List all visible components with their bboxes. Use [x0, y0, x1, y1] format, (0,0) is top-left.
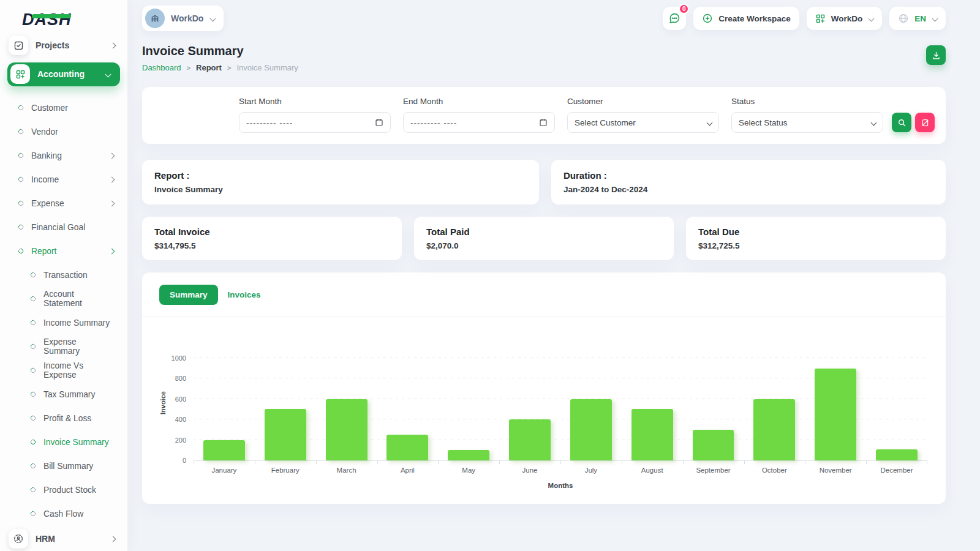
- sidebar-item-invoice-summary[interactable]: Invoice Summary: [0, 430, 127, 454]
- sidebar-item-label: Vendor: [31, 127, 58, 137]
- chevron-down-icon: [932, 15, 938, 21]
- filter-actions: [892, 113, 935, 132]
- y-tick-label: 800: [175, 375, 186, 382]
- customer-select[interactable]: Select Customer: [567, 112, 719, 133]
- app-root: DASH Projects Accounting CustomerVendorB…: [0, 0, 980, 551]
- status-label: Status: [731, 97, 883, 106]
- language-button[interactable]: EN: [889, 7, 946, 30]
- chevron-right-icon: [109, 152, 115, 159]
- sidebar-item-cash-flow[interactable]: Cash Flow: [0, 502, 127, 526]
- sidebar-item-product-stock[interactable]: Product Stock: [0, 478, 127, 502]
- sidebar-item-tax-summary[interactable]: Tax Summary: [0, 383, 127, 407]
- topbar-actions: 0 Create Workspace WorkDo: [663, 7, 946, 30]
- y-tick-label: 0: [183, 457, 186, 464]
- x-axis-tick: [683, 460, 684, 464]
- report-label: Report :: [154, 170, 527, 181]
- x-tick-label: December: [866, 467, 927, 474]
- search-button[interactable]: [892, 113, 911, 132]
- sidebar-item-label: Customer: [31, 103, 68, 113]
- customer-select-value: Select Customer: [575, 118, 636, 127]
- tab-invoices[interactable]: Invoices: [227, 285, 262, 305]
- bar-slot-july: [560, 345, 622, 460]
- sidebar-item-projects[interactable]: Projects: [0, 34, 127, 58]
- sidebar-item-report[interactable]: Report: [0, 239, 127, 263]
- sidebar-item-expense-summary[interactable]: Expense Summary: [0, 335, 127, 359]
- sidebar-item-income[interactable]: Income: [0, 168, 127, 192]
- chevron-right-icon: [109, 248, 115, 254]
- duration-card: Duration : Jan-2024 to Dec-2024: [551, 160, 946, 204]
- tab-summary[interactable]: Summary: [159, 285, 218, 305]
- app-switcher-button[interactable]: WorkDo: [807, 7, 883, 30]
- sidebar-item-transaction[interactable]: Transaction: [0, 263, 127, 287]
- sidebar-item-expense[interactable]: Expense: [0, 192, 127, 216]
- y-axis-title: Invoice: [158, 345, 168, 461]
- sidebar-item-label: Account Statement: [43, 290, 114, 308]
- x-tick-label: July: [560, 467, 622, 474]
- create-workspace-button[interactable]: Create Workspace: [693, 7, 799, 30]
- x-axis-tick: [622, 460, 622, 464]
- bar-february: [265, 409, 306, 460]
- sidebar-item-label: Banking: [31, 151, 62, 160]
- download-button[interactable]: [926, 45, 946, 65]
- customer-label: Customer: [567, 97, 719, 106]
- x-axis-title: Months: [194, 482, 927, 489]
- bullet-icon: [17, 105, 24, 111]
- sidebar-item-profit-loss[interactable]: Profit & Loss: [0, 407, 127, 430]
- sidebar-item-accounting[interactable]: Accounting: [7, 62, 120, 86]
- sidebar-item-hrm[interactable]: HRM: [0, 527, 127, 551]
- bar-slot-april: [377, 345, 438, 460]
- status-select[interactable]: Select Status: [731, 112, 883, 133]
- sidebar-item-bill-summary[interactable]: Bill Summary: [0, 454, 127, 478]
- breadcrumb-current: Invoice Summary: [236, 63, 298, 72]
- page-header: Invoice Summary Dashboard > Report > Inv…: [142, 44, 946, 72]
- chevron-down-icon: [871, 119, 877, 126]
- chart-tabs: Summary Invoices: [142, 285, 946, 317]
- sidebar-item-customer[interactable]: Customer: [0, 96, 127, 120]
- sidebar-subitems: CustomerVendorBankingIncomeExpenseFinanc…: [0, 91, 127, 526]
- totals-row: Total Invoice $314,795.5 Total Paid $2,0…: [142, 217, 946, 260]
- x-tick-label: August: [622, 467, 683, 474]
- sidebar-item-banking[interactable]: Banking: [0, 144, 127, 168]
- bullet-icon: [17, 129, 24, 135]
- bar-november: [815, 369, 856, 460]
- total-due-label: Total Due: [698, 227, 933, 237]
- page-title: Invoice Summary: [142, 44, 298, 58]
- total-invoice-value: $314,795.5: [154, 241, 390, 250]
- x-axis-tick: [377, 460, 378, 464]
- bullet-icon: [29, 343, 36, 350]
- x-axis-tick: [499, 460, 500, 464]
- reset-filter-button[interactable]: [915, 113, 935, 132]
- x-tick-label: January: [194, 467, 255, 474]
- sidebar-item-label: Transaction: [43, 271, 88, 280]
- sidebar-item-income-vs-expense[interactable]: Income Vs Expense: [0, 359, 127, 383]
- bullet-icon: [29, 391, 36, 398]
- sidebar: DASH Projects Accounting CustomerVendorB…: [0, 0, 127, 551]
- messages-button[interactable]: 0: [663, 7, 686, 30]
- x-axis-tick: [194, 460, 194, 464]
- breadcrumb-dashboard[interactable]: Dashboard: [142, 63, 181, 72]
- report-name-card: Report : Invoice Summary: [142, 160, 539, 204]
- bar-slot-august: [622, 345, 683, 460]
- sidebar-item-label: Cash Flow: [43, 509, 83, 519]
- sidebar-item-financial-goal[interactable]: Financial Goal: [0, 216, 127, 239]
- workspace-selector[interactable]: WorkDo: [142, 6, 224, 31]
- total-paid-value: $2,070.0: [426, 241, 662, 250]
- logo[interactable]: DASH: [0, 6, 127, 34]
- sidebar-item-label: HRM: [36, 534, 55, 544]
- hrm-user-icon: [9, 529, 28, 549]
- square-check-icon: [9, 36, 28, 55]
- bullet-icon: [17, 176, 24, 183]
- total-due-value: $312,725.5: [698, 241, 933, 250]
- sidebar-item-income-summary[interactable]: Income Summary: [0, 311, 127, 335]
- sidebar-item-account-statement[interactable]: Account Statement: [0, 287, 127, 311]
- breadcrumb-report[interactable]: Report: [196, 63, 222, 72]
- start-month-input[interactable]: [246, 118, 370, 127]
- sidebar-item-vendor[interactable]: Vendor: [0, 120, 127, 144]
- x-tick-label: February: [255, 467, 316, 474]
- x-axis-tick: [255, 460, 255, 464]
- bar-slot-february: [255, 345, 316, 460]
- topbar: WorkDo 0 Create Workspace: [142, 5, 946, 32]
- chevron-down-icon: [105, 71, 111, 77]
- bullet-icon: [29, 439, 36, 446]
- end-month-input[interactable]: [410, 118, 534, 127]
